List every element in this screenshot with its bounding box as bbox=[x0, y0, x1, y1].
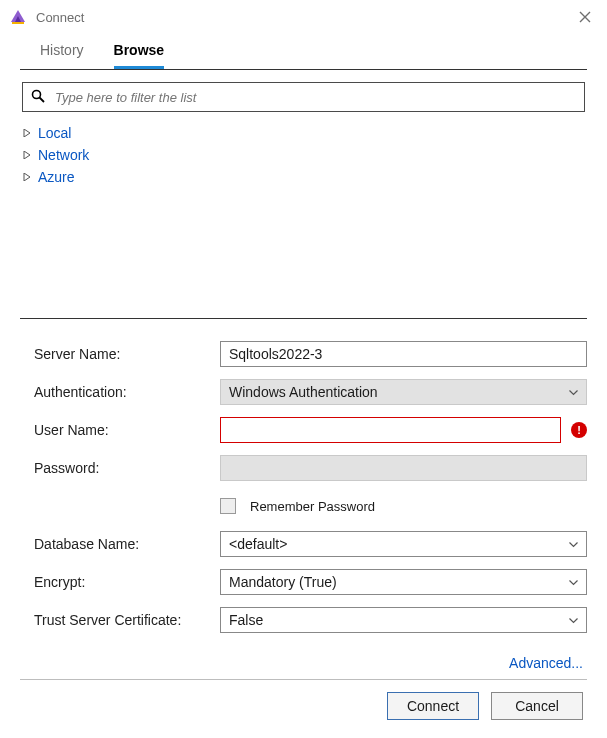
label-database-name: Database Name: bbox=[34, 536, 220, 552]
cancel-button[interactable]: Cancel bbox=[491, 692, 583, 720]
advanced-link[interactable]: Advanced... bbox=[509, 655, 583, 671]
encrypt-select[interactable]: Mandatory (True) bbox=[220, 569, 587, 595]
authentication-value: Windows Authentication bbox=[229, 384, 569, 400]
titlebar: Connect bbox=[0, 0, 607, 32]
dialog-footer: Connect Cancel bbox=[0, 680, 607, 720]
spacer bbox=[0, 188, 607, 318]
divider-top bbox=[20, 69, 587, 70]
svg-rect-2 bbox=[12, 22, 24, 24]
svg-point-3 bbox=[33, 90, 41, 98]
row-user-name: User Name: ! bbox=[34, 413, 587, 447]
row-server-name: Server Name: Sqltools2022-3 bbox=[34, 337, 587, 371]
tree-item-label: Azure bbox=[38, 169, 75, 185]
tree-item-azure[interactable]: Azure bbox=[22, 166, 585, 188]
label-trust-cert: Trust Server Certificate: bbox=[34, 612, 220, 628]
trust-cert-value: False bbox=[229, 612, 569, 628]
expand-icon[interactable] bbox=[22, 172, 32, 182]
server-name-input[interactable]: Sqltools2022-3 bbox=[220, 341, 587, 367]
database-name-value: <default> bbox=[229, 536, 569, 552]
trust-cert-select[interactable]: False bbox=[220, 607, 587, 633]
label-authentication: Authentication: bbox=[34, 384, 220, 400]
filter-input[interactable] bbox=[53, 89, 576, 106]
connection-form: Server Name: Sqltools2022-3 Authenticati… bbox=[0, 319, 607, 649]
expand-icon[interactable] bbox=[22, 150, 32, 160]
connect-button[interactable]: Connect bbox=[387, 692, 479, 720]
encrypt-value: Mandatory (True) bbox=[229, 574, 569, 590]
remember-password-checkbox bbox=[220, 498, 236, 514]
row-trust-cert: Trust Server Certificate: False bbox=[34, 603, 587, 637]
search-icon bbox=[31, 89, 45, 106]
database-name-select[interactable]: <default> bbox=[220, 531, 587, 557]
tree-item-label: Local bbox=[38, 125, 71, 141]
authentication-select[interactable]: Windows Authentication bbox=[220, 379, 587, 405]
label-user-name: User Name: bbox=[34, 422, 220, 438]
app-icon bbox=[8, 7, 28, 27]
tree-item-network[interactable]: Network bbox=[22, 144, 585, 166]
tab-browse[interactable]: Browse bbox=[114, 42, 165, 69]
chevron-down-icon bbox=[569, 615, 578, 626]
server-tree: Local Network Azure bbox=[0, 122, 607, 188]
server-name-value: Sqltools2022-3 bbox=[229, 346, 322, 362]
chevron-down-icon bbox=[569, 577, 578, 588]
row-remember-password: Remember Password bbox=[34, 489, 587, 523]
tree-item-label: Network bbox=[38, 147, 89, 163]
close-icon[interactable] bbox=[571, 7, 599, 28]
filter-box[interactable] bbox=[22, 82, 585, 112]
error-icon: ! bbox=[571, 422, 587, 438]
chevron-down-icon bbox=[569, 387, 578, 398]
expand-icon[interactable] bbox=[22, 128, 32, 138]
password-input bbox=[220, 455, 587, 481]
user-name-input[interactable] bbox=[220, 417, 561, 443]
row-password: Password: bbox=[34, 451, 587, 485]
tree-item-local[interactable]: Local bbox=[22, 122, 585, 144]
svg-line-4 bbox=[40, 97, 45, 102]
advanced-row: Advanced... bbox=[0, 649, 607, 679]
chevron-down-icon bbox=[569, 539, 578, 550]
label-encrypt: Encrypt: bbox=[34, 574, 220, 590]
tab-bar: History Browse bbox=[0, 32, 607, 69]
row-encrypt: Encrypt: Mandatory (True) bbox=[34, 565, 587, 599]
row-database-name: Database Name: <default> bbox=[34, 527, 587, 561]
remember-password-label: Remember Password bbox=[250, 499, 375, 514]
row-authentication: Authentication: Windows Authentication bbox=[34, 375, 587, 409]
label-password: Password: bbox=[34, 460, 220, 476]
window-title: Connect bbox=[36, 10, 571, 25]
label-server-name: Server Name: bbox=[34, 346, 220, 362]
tab-history[interactable]: History bbox=[40, 42, 84, 69]
